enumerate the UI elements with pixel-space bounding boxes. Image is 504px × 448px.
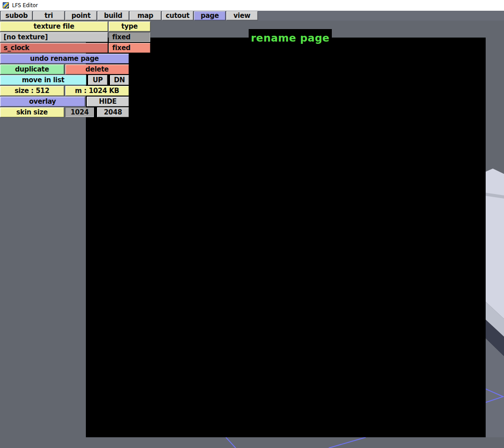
- texture-file-header[interactable]: texture file: [0, 21, 108, 31]
- undo-rename-page-button[interactable]: undo rename page: [0, 54, 129, 63]
- wireframe-edge-left: [226, 437, 236, 448]
- type-header[interactable]: type: [109, 21, 150, 31]
- texture-type-no-texture[interactable]: fixed: [109, 32, 150, 42]
- tab-strip: subob tri point build map cutout page vi…: [0, 11, 504, 21]
- move-in-list-label: move in list: [0, 75, 86, 85]
- lfs-app-icon: [3, 2, 9, 8]
- skin-size-1024-button[interactable]: 1024: [65, 107, 94, 117]
- window-title: LFS Editor: [12, 2, 38, 8]
- floor-wireframe: [0, 437, 504, 448]
- texture-row-no-texture[interactable]: [no texture]: [0, 32, 108, 42]
- move-up-button[interactable]: UP: [88, 75, 107, 85]
- skin-size-2048-button[interactable]: 2048: [97, 107, 129, 117]
- tab-cutout[interactable]: cutout: [162, 11, 193, 20]
- window-titlebar: LFS Editor: [0, 0, 504, 11]
- tab-point[interactable]: point: [65, 11, 97, 20]
- page-title-box: rename page: [249, 29, 332, 47]
- hide-button[interactable]: HIDE: [87, 97, 129, 106]
- delete-button[interactable]: delete: [65, 64, 129, 74]
- duplicate-button[interactable]: duplicate: [0, 64, 64, 74]
- size-value[interactable]: size : 512: [0, 86, 64, 96]
- wireframe-edge-center: [329, 437, 366, 448]
- memory-value: m : 1024 KB: [65, 86, 129, 96]
- skin-size-label: skin size: [0, 107, 64, 117]
- tab-tri[interactable]: tri: [33, 11, 64, 20]
- tab-bar: subob tri point build map cutout page vi…: [1, 11, 258, 20]
- clock-tower-model: [486, 21, 504, 448]
- tab-page[interactable]: page: [194, 11, 225, 20]
- tab-map[interactable]: map: [130, 11, 161, 20]
- tab-subob[interactable]: subob: [1, 11, 32, 20]
- overlay-button[interactable]: overlay: [0, 97, 85, 106]
- tab-build[interactable]: build: [97, 11, 129, 20]
- texture-page-viewport[interactable]: [86, 38, 486, 437]
- move-down-button[interactable]: DN: [110, 75, 129, 85]
- page-title: rename page: [251, 32, 330, 44]
- tab-view[interactable]: view: [226, 11, 258, 20]
- texture-row-s-clock[interactable]: s_clock: [0, 43, 108, 53]
- texture-type-s-clock[interactable]: fixed: [109, 43, 150, 53]
